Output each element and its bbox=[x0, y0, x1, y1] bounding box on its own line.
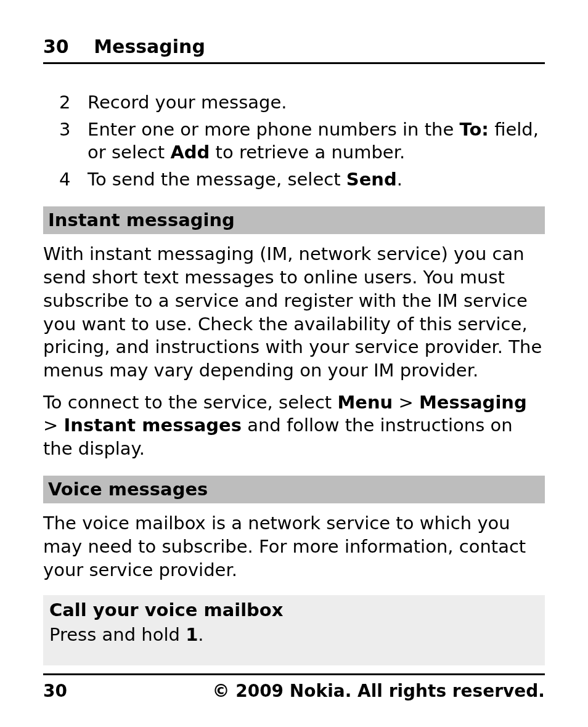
bold-instant-messages: Instant messages bbox=[64, 415, 242, 436]
text: to retrieve a number. bbox=[210, 142, 405, 163]
paragraph: The voice mailbox is a network service t… bbox=[43, 512, 545, 582]
step-number: 4 bbox=[59, 168, 88, 192]
step-text: Record your message. bbox=[88, 91, 545, 115]
call-voice-mailbox-box: Call your voice mailbox Press and hold 1… bbox=[43, 595, 545, 665]
bold-add: Add bbox=[170, 142, 210, 163]
bold-key-1: 1 bbox=[186, 624, 198, 645]
bold-menu: Menu bbox=[337, 392, 393, 413]
step-text: To send the message, select Send. bbox=[88, 168, 545, 192]
text: > bbox=[43, 415, 64, 436]
step-4: 4 To send the message, select Send. bbox=[59, 168, 545, 192]
sub-heading: Call your voice mailbox bbox=[49, 599, 539, 623]
footer-page-number: 30 bbox=[43, 680, 67, 702]
bold-send: Send bbox=[346, 169, 397, 190]
step-number: 2 bbox=[59, 91, 88, 115]
page-footer: 30 © 2009 Nokia. All rights reserved. bbox=[43, 673, 545, 702]
text: To connect to the service, select bbox=[43, 392, 337, 413]
running-header: 30 Messaging bbox=[43, 35, 545, 64]
bold-to: To: bbox=[460, 119, 489, 140]
step-3: 3 Enter one or more phone numbers in the… bbox=[59, 118, 545, 164]
paragraph: With instant messaging (IM, network serv… bbox=[43, 243, 545, 382]
steps-list: 2 Record your message. 3 Enter one or mo… bbox=[43, 91, 545, 192]
header-section-title: Messaging bbox=[94, 36, 205, 57]
step-2: 2 Record your message. bbox=[59, 91, 545, 115]
bold-messaging: Messaging bbox=[419, 392, 527, 413]
text: . bbox=[397, 169, 402, 190]
page-content: 2 Record your message. 3 Enter one or mo… bbox=[43, 91, 545, 673]
step-text: Enter one or more phone numbers in the T… bbox=[88, 118, 545, 164]
section-heading-instant-messaging: Instant messaging bbox=[43, 206, 545, 235]
footer-copyright: © 2009 Nokia. All rights reserved. bbox=[212, 680, 545, 702]
text: To send the message, select bbox=[88, 169, 346, 190]
text: > bbox=[393, 392, 419, 413]
instruction: Press and hold 1. bbox=[49, 623, 539, 647]
text: Enter one or more phone numbers in the bbox=[88, 119, 459, 140]
step-number: 3 bbox=[59, 118, 88, 164]
text: Press and hold bbox=[49, 624, 186, 645]
header-page-number: 30 bbox=[43, 36, 69, 57]
text: . bbox=[198, 624, 203, 645]
paragraph: To connect to the service, select Menu >… bbox=[43, 391, 545, 461]
section-heading-voice-messages: Voice messages bbox=[43, 476, 545, 504]
